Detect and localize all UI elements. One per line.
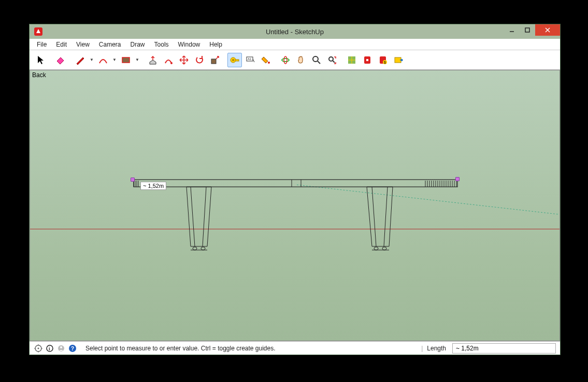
- svg-rect-5: [122, 57, 130, 63]
- status-divider: |: [421, 345, 423, 352]
- status-message: Select point to measure to or enter valu…: [85, 345, 417, 352]
- paint-bucket-tool[interactable]: [259, 53, 273, 67]
- length-input[interactable]: [452, 343, 556, 354]
- geolocation-icon[interactable]: [34, 344, 43, 353]
- svg-line-51: [191, 187, 195, 246]
- move-tool[interactable]: [177, 53, 191, 67]
- svg-text:A1: A1: [248, 57, 252, 61]
- minimize-button[interactable]: [504, 24, 520, 36]
- svg-text:$: $: [384, 61, 386, 64]
- svg-text:i: i: [49, 346, 50, 351]
- status-icons: i ?: [34, 344, 77, 353]
- menubar: File Edit View Camera Draw Tools Window …: [30, 39, 560, 50]
- extensions-tool[interactable]: [391, 53, 406, 67]
- upload-model-tool[interactable]: $: [376, 53, 390, 67]
- pan-tool[interactable]: [294, 53, 308, 67]
- svg-point-59: [382, 247, 386, 250]
- pencil-tool[interactable]: [73, 53, 88, 67]
- tape-measure-tool[interactable]: [227, 53, 242, 67]
- zoom-extents-tool[interactable]: [325, 53, 339, 67]
- close-button[interactable]: [535, 24, 560, 36]
- svg-point-6: [170, 62, 173, 64]
- get-models-tool[interactable]: [360, 53, 375, 67]
- toolbar: ▼ ▼ ▼ A1 $: [30, 50, 560, 70]
- svg-point-17: [313, 56, 318, 62]
- svg-point-14: [268, 62, 270, 64]
- orbit-tool[interactable]: [278, 53, 293, 67]
- menu-view[interactable]: View: [72, 40, 94, 49]
- pencil-dropdown[interactable]: ▼: [89, 57, 95, 62]
- rectangle-dropdown[interactable]: ▼: [134, 57, 140, 62]
- help-icon[interactable]: ?: [68, 344, 77, 353]
- zoom-tool[interactable]: [309, 53, 324, 67]
- menu-help[interactable]: Help: [205, 40, 226, 49]
- length-label: Length: [427, 345, 446, 352]
- measurement-tooltip: ~ 1,52m: [140, 182, 166, 190]
- text-tool[interactable]: A1: [243, 53, 257, 67]
- viewport[interactable]: Back: [30, 70, 560, 341]
- user-icon[interactable]: [56, 344, 66, 353]
- view-label: Back: [32, 71, 46, 79]
- svg-rect-7: [211, 59, 216, 64]
- endpoint-left: [131, 178, 135, 182]
- app-icon: [33, 26, 44, 37]
- followme-tool[interactable]: [161, 53, 176, 67]
- menu-window[interactable]: Window: [174, 40, 205, 49]
- arc-dropdown[interactable]: ▼: [111, 57, 118, 62]
- eraser-tool[interactable]: [53, 53, 68, 67]
- window-title: Untitled - SketchUp: [266, 28, 324, 36]
- svg-line-52: [203, 187, 206, 246]
- titlebar: Untitled - SketchUp: [30, 24, 560, 39]
- menu-camera[interactable]: Camera: [95, 40, 125, 49]
- svg-point-16: [284, 56, 287, 64]
- app-window: Untitled - SketchUp File Edit View Camer…: [29, 24, 561, 355]
- add-location-tool[interactable]: [345, 53, 359, 67]
- svg-text:?: ?: [71, 346, 74, 351]
- svg-point-54: [201, 247, 205, 250]
- window-controls: [504, 24, 560, 36]
- svg-line-27: [297, 185, 558, 214]
- credits-icon[interactable]: i: [45, 344, 54, 353]
- svg-point-58: [374, 247, 378, 250]
- svg-point-9: [232, 59, 234, 61]
- svg-line-18: [318, 61, 320, 64]
- svg-point-19: [329, 57, 333, 61]
- svg-rect-10: [235, 60, 239, 61]
- svg-rect-2: [525, 28, 529, 32]
- svg-point-70: [60, 346, 62, 348]
- rectangle-tool[interactable]: [119, 53, 133, 67]
- model-drawing: [30, 70, 560, 341]
- svg-point-53: [193, 247, 197, 250]
- svg-line-56: [372, 187, 376, 246]
- svg-line-20: [333, 61, 335, 63]
- horizon-line: [30, 229, 560, 229]
- scale-tool[interactable]: [208, 53, 222, 67]
- select-tool[interactable]: [34, 53, 48, 67]
- svg-point-15: [282, 58, 289, 62]
- statusbar: i ? Select point to measure to or enter …: [30, 341, 560, 355]
- maximize-button[interactable]: [520, 24, 535, 36]
- svg-line-57: [384, 187, 388, 246]
- svg-rect-28: [134, 180, 457, 187]
- arc-tool[interactable]: [96, 53, 110, 67]
- menu-tools[interactable]: Tools: [150, 40, 173, 49]
- menu-file[interactable]: File: [33, 40, 51, 49]
- menu-edit[interactable]: Edit: [52, 40, 71, 49]
- endpoint-right: [455, 177, 460, 181]
- menu-draw[interactable]: Draw: [126, 40, 149, 49]
- pushpull-tool[interactable]: [146, 53, 160, 67]
- rotate-tool[interactable]: [192, 53, 207, 67]
- svg-point-62: [38, 347, 39, 349]
